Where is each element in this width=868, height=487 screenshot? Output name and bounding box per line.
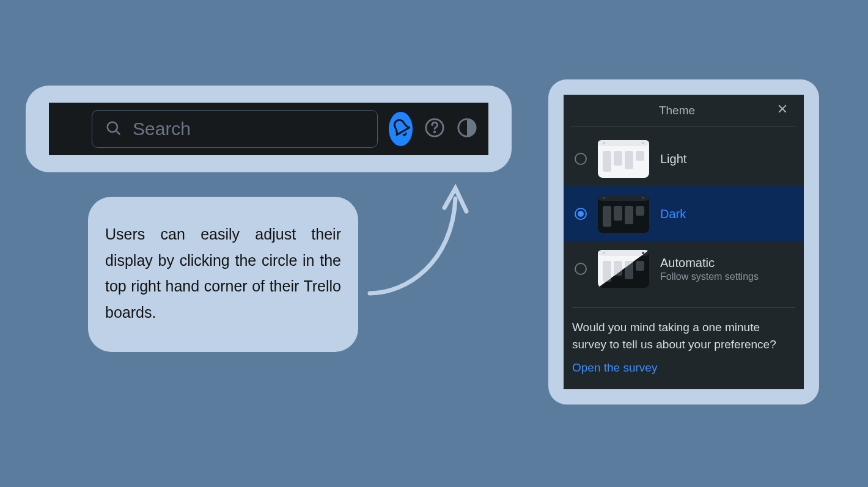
arrow-icon: [358, 183, 480, 308]
theme-panel-title: Theme: [578, 104, 776, 117]
svg-rect-21: [625, 206, 633, 224]
svg-point-9: [603, 142, 605, 144]
svg-rect-19: [603, 206, 611, 227]
svg-rect-20: [614, 206, 622, 221]
search-box[interactable]: [92, 110, 378, 148]
notifications-button[interactable]: [389, 112, 413, 146]
theme-panel-card: Theme: [548, 79, 819, 405]
svg-rect-11: [603, 151, 611, 172]
svg-rect-16: [598, 195, 649, 201]
svg-point-3: [434, 131, 435, 133]
svg-point-10: [642, 142, 644, 144]
toolbar-card: [26, 86, 512, 172]
theme-thumb-automatic: [598, 250, 649, 288]
survey-section: Would you mind taking a one minute surve…: [564, 308, 804, 389]
svg-point-36: [603, 252, 605, 254]
svg-point-17: [603, 197, 605, 199]
radio-automatic[interactable]: [575, 263, 587, 275]
help-icon: [424, 117, 445, 141]
svg-rect-31: [598, 250, 649, 256]
svg-rect-29: [636, 261, 644, 271]
svg-rect-14: [636, 151, 644, 161]
theme-option-light[interactable]: Light: [564, 131, 804, 186]
survey-link[interactable]: Open the survey: [572, 361, 657, 375]
svg-line-1: [116, 131, 120, 134]
survey-text: Would you mind taking a one minute surve…: [572, 319, 795, 353]
theme-thumb-light: [598, 140, 649, 178]
theme-option-automatic-sub: Follow system settings: [660, 271, 759, 282]
search-icon: [105, 119, 122, 139]
svg-rect-13: [625, 151, 633, 169]
close-icon: [777, 103, 788, 117]
svg-rect-8: [598, 140, 649, 146]
radio-light[interactable]: [575, 153, 587, 165]
theme-options: Light: [564, 126, 804, 301]
bell-icon: [391, 118, 411, 140]
theme-option-automatic-label: Automatic: [660, 256, 759, 270]
search-input[interactable]: [133, 119, 365, 139]
close-button[interactable]: [776, 104, 789, 117]
svg-rect-22: [636, 206, 644, 216]
svg-rect-12: [614, 151, 622, 166]
svg-point-18: [642, 197, 644, 199]
contrast-icon: [457, 117, 477, 141]
theme-option-automatic[interactable]: Automatic Follow system settings: [564, 241, 804, 296]
svg-rect-32: [603, 261, 611, 282]
toolbar: [49, 103, 488, 155]
radio-dark[interactable]: [575, 208, 587, 220]
theme-panel: Theme: [564, 95, 804, 389]
theme-toggle-button[interactable]: [456, 114, 477, 144]
theme-panel-header: Theme: [571, 95, 796, 126]
theme-option-dark[interactable]: Dark: [564, 186, 804, 241]
help-button[interactable]: [424, 114, 445, 144]
theme-option-light-label: Light: [660, 152, 686, 166]
svg-point-37: [642, 252, 644, 254]
annotation-text: Users can easily adjust their display by…: [88, 197, 358, 352]
theme-thumb-dark: [598, 195, 649, 233]
theme-option-dark-label: Dark: [660, 207, 686, 221]
